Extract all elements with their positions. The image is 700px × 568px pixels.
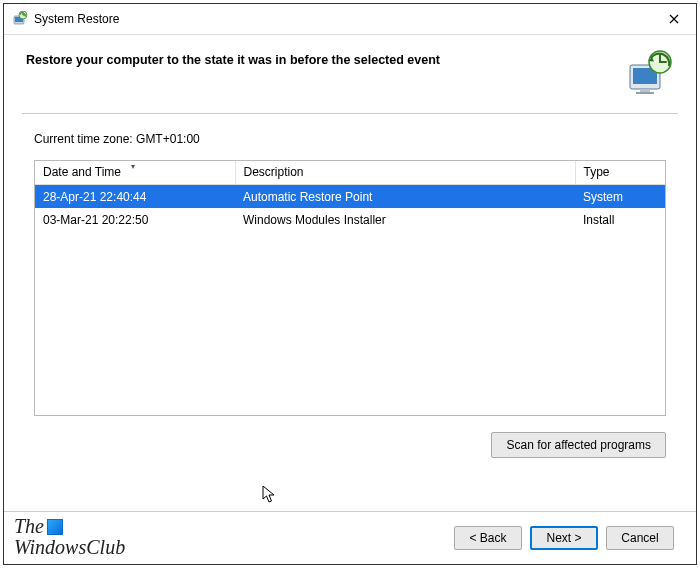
cell-type: System bbox=[575, 185, 665, 209]
scan-affected-button[interactable]: Scan for affected programs bbox=[491, 432, 666, 458]
col-description[interactable]: Description bbox=[235, 161, 575, 185]
col-datetime-label: Date and Time bbox=[43, 165, 121, 179]
back-button[interactable]: < Back bbox=[454, 526, 522, 550]
cell-description: Automatic Restore Point bbox=[235, 185, 575, 209]
table-row[interactable]: 03-Mar-21 20:22:50Windows Modules Instal… bbox=[35, 208, 665, 231]
titlebar: System Restore bbox=[4, 4, 696, 35]
table-row-empty bbox=[35, 254, 665, 277]
scan-row: Scan for affected programs bbox=[4, 424, 696, 458]
window-title: System Restore bbox=[34, 12, 654, 26]
svg-rect-7 bbox=[636, 92, 654, 94]
table-row-empty bbox=[35, 277, 665, 300]
system-restore-window: System Restore Restore your computer to … bbox=[3, 3, 697, 565]
table-row-empty bbox=[35, 392, 665, 415]
page-heading: Restore your computer to the state it wa… bbox=[26, 49, 614, 67]
svg-rect-6 bbox=[640, 89, 650, 92]
next-button[interactable]: Next > bbox=[530, 526, 598, 550]
sort-desc-icon: ▾ bbox=[131, 162, 135, 171]
cancel-button[interactable]: Cancel bbox=[606, 526, 674, 550]
content: Current time zone: GMT+01:00 Date and Ti… bbox=[4, 114, 696, 424]
table-row-empty bbox=[35, 369, 665, 392]
table-row-empty bbox=[35, 323, 665, 346]
cell-datetime: 28-Apr-21 22:40:44 bbox=[35, 185, 235, 209]
timezone-label: Current time zone: GMT+01:00 bbox=[34, 132, 666, 146]
restore-points-table[interactable]: Date and Time ▾ Description Type 28-Apr-… bbox=[34, 160, 666, 416]
close-button[interactable] bbox=[654, 5, 694, 33]
table-row[interactable]: 28-Apr-21 22:40:44Automatic Restore Poin… bbox=[35, 185, 665, 209]
table-row-empty bbox=[35, 231, 665, 254]
header: Restore your computer to the state it wa… bbox=[4, 35, 696, 105]
col-datetime[interactable]: Date and Time ▾ bbox=[35, 161, 235, 185]
footer: < Back Next > Cancel bbox=[4, 512, 696, 564]
cell-type: Install bbox=[575, 208, 665, 231]
cell-description: Windows Modules Installer bbox=[235, 208, 575, 231]
cell-datetime: 03-Mar-21 20:22:50 bbox=[35, 208, 235, 231]
mouse-cursor-icon bbox=[262, 485, 278, 508]
table-row-empty bbox=[35, 346, 665, 369]
system-restore-icon bbox=[12, 11, 28, 27]
system-restore-large-icon bbox=[626, 49, 674, 97]
col-type[interactable]: Type bbox=[575, 161, 665, 185]
table-row-empty bbox=[35, 300, 665, 323]
